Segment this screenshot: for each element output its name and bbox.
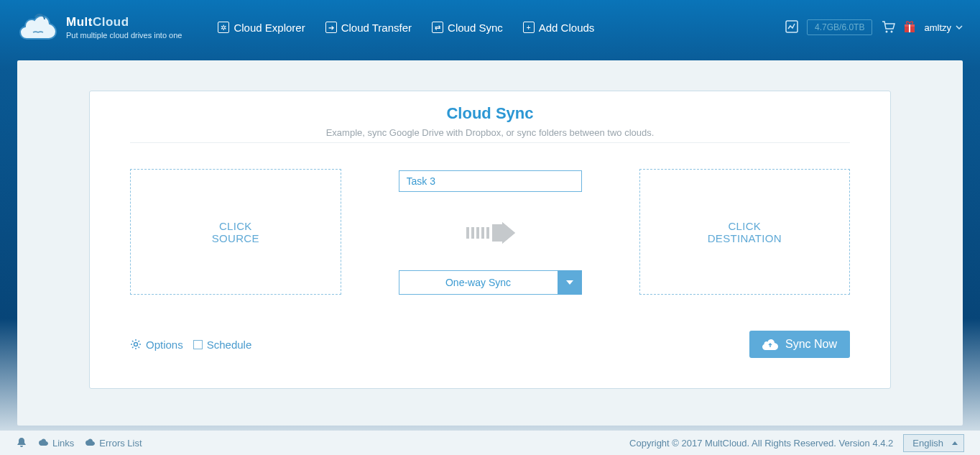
caret-down-icon	[566, 280, 573, 285]
task-name-input[interactable]	[399, 170, 582, 192]
copyright-text: Copyright © 2017 MultCloud. All Rights R…	[629, 438, 893, 449]
sync-mode-label: One-way Sync	[399, 270, 558, 295]
schedule-label: Schedule	[207, 339, 252, 351]
svg-point-1	[886, 30, 888, 32]
nav-cloud-sync[interactable]: ⇄ Cloud Sync	[432, 22, 503, 34]
sync-now-button[interactable]: Sync Now	[749, 331, 850, 358]
errors-label: Errors List	[99, 438, 142, 449]
nav-add-clouds[interactable]: + Add Clouds	[523, 22, 595, 34]
page-subtitle: Example, sync Google Drive with Dropbox,…	[130, 127, 850, 138]
nav-label: Cloud Sync	[448, 22, 503, 34]
add-icon: +	[523, 22, 535, 33]
svg-rect-7	[471, 227, 474, 239]
svg-point-12	[134, 343, 138, 346]
links-label: Links	[52, 438, 74, 449]
direction-arrow-icon	[465, 222, 515, 244]
links-link[interactable]: Links	[37, 438, 74, 449]
schedule-checkbox[interactable]: Schedule	[193, 339, 252, 351]
svg-point-2	[891, 30, 893, 32]
nav-label: Add Clouds	[539, 22, 595, 34]
explorer-icon: ✲	[218, 22, 229, 33]
source-dropzone[interactable]: CLICK SOURCE	[130, 169, 341, 295]
sync-panel: Cloud Sync Example, sync Google Drive wi…	[89, 91, 891, 389]
gear-icon	[130, 339, 142, 350]
transfer-icon: ➔	[325, 22, 337, 33]
logo-cloud-icon	[17, 12, 60, 42]
nav-cloud-transfer[interactable]: ➔ Cloud Transfer	[325, 22, 412, 34]
language-select[interactable]: English	[903, 434, 964, 452]
footer: Links Errors List Copyright © 2017 MultC…	[0, 431, 980, 455]
storage-indicator[interactable]: 4.7GB/6.0TB	[807, 19, 872, 35]
main-nav: ✲ Cloud Explorer ➔ Cloud Transfer ⇄ Clou…	[218, 22, 594, 34]
gift-icon[interactable]	[904, 20, 915, 35]
svg-rect-8	[476, 227, 479, 239]
cloud-sync-icon	[762, 339, 778, 350]
svg-rect-6	[466, 227, 469, 239]
nav-cloud-explorer[interactable]: ✲ Cloud Explorer	[218, 22, 305, 34]
caret-up-icon	[952, 441, 958, 445]
options-label: Options	[146, 339, 183, 351]
header-right: 4.7GB/6.0TB amltzy	[785, 19, 963, 35]
svg-rect-11	[492, 227, 502, 239]
chevron-down-icon	[956, 25, 963, 29]
checkbox-icon	[193, 340, 203, 349]
cloud-icon	[84, 438, 96, 447]
svg-rect-5	[909, 24, 910, 32]
sync-mode-dropdown-button[interactable]	[558, 270, 582, 295]
page-title: Cloud Sync	[130, 104, 850, 123]
dest-text-2: DESTINATION	[708, 232, 782, 244]
user-menu[interactable]: amltzy	[924, 22, 963, 33]
dest-text-1: CLICK	[728, 220, 761, 232]
header: MultCloud Put multiple cloud drives into…	[0, 0, 980, 55]
logo[interactable]: MultCloud Put multiple cloud drives into…	[17, 12, 182, 42]
main-content: Cloud Sync Example, sync Google Drive wi…	[17, 60, 963, 426]
errors-list-link[interactable]: Errors List	[84, 438, 142, 449]
destination-dropzone[interactable]: CLICK DESTINATION	[639, 169, 851, 295]
language-label: English	[912, 438, 943, 449]
source-text-2: SOURCE	[212, 232, 259, 244]
sync-button-label: Sync Now	[785, 338, 837, 351]
cloud-icon	[37, 438, 49, 447]
svg-rect-9	[481, 227, 484, 239]
notifications-icon[interactable]	[16, 437, 27, 449]
svg-rect-10	[486, 227, 489, 239]
nav-label: Cloud Transfer	[341, 22, 412, 34]
logo-text: MultCloud Put multiple cloud drives into…	[66, 15, 182, 40]
sync-mode-select[interactable]: One-way Sync	[399, 270, 582, 295]
nav-label: Cloud Explorer	[234, 22, 305, 34]
username: amltzy	[924, 22, 951, 33]
cart-icon[interactable]	[881, 20, 895, 35]
source-text-1: CLICK	[219, 220, 252, 232]
stats-icon[interactable]	[785, 20, 798, 35]
options-link[interactable]: Options	[130, 339, 183, 351]
sync-icon: ⇄	[432, 22, 443, 33]
